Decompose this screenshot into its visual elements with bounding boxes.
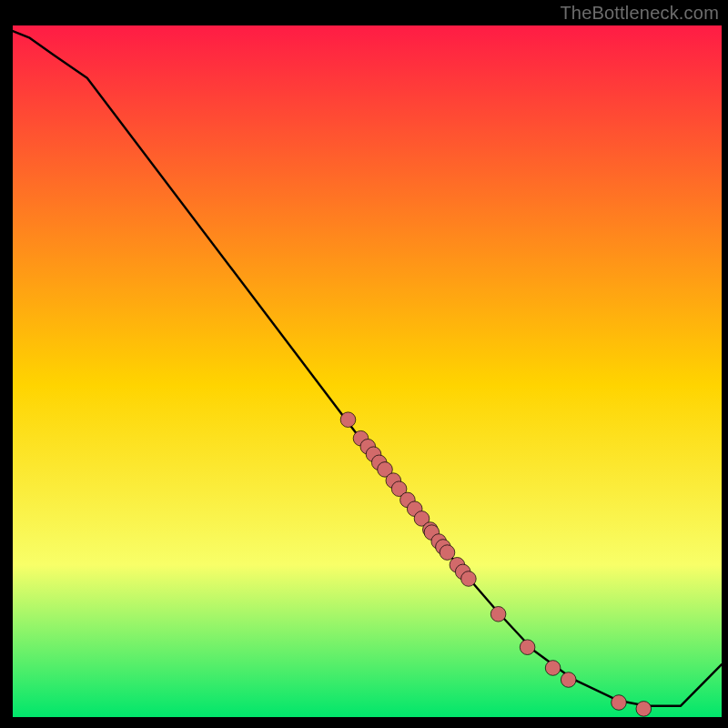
marker-point [440,545,455,561]
marker-point [636,702,652,717]
chart-svg [0,0,728,728]
marker-point [545,661,561,676]
marker-point [461,571,477,587]
chart-stage: TheBottleneck.com [0,0,728,728]
plot-area [13,25,722,717]
marker-point [520,640,535,655]
watermark-text: TheBottleneck.com [560,3,719,24]
marker-point [612,695,627,711]
marker-point [561,672,576,688]
marker-point [490,607,506,622]
marker-point [340,412,356,428]
